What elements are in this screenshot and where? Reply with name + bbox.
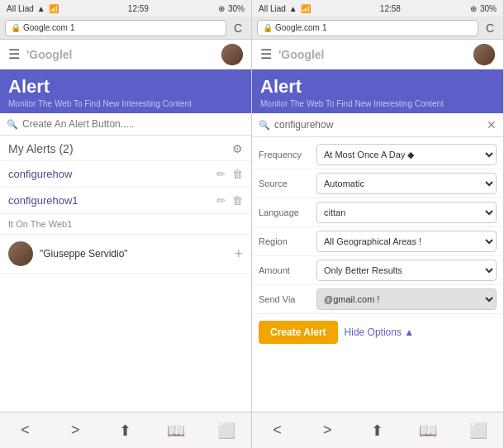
left-search-input[interactable] <box>22 118 245 130</box>
right-signal-icon: ▲ <box>289 4 297 13</box>
left-status-bar: All Liad ▲ 📶 12:59 ⊕ 30% <box>0 0 251 17</box>
left-time: 12:59 <box>128 4 149 13</box>
left-my-alerts-header: My Alerts (2) ⚙ <box>0 136 251 161</box>
right-amount-label: Amount <box>259 265 316 275</box>
right-language-label: Language <box>259 207 316 217</box>
right-bookmark-button[interactable]: 📖 <box>411 416 445 446</box>
right-avatar-img <box>473 44 495 65</box>
right-nav-bar: ☰ 'Googlel <box>252 40 503 69</box>
right-time: 12:58 <box>380 4 401 13</box>
right-source-select[interactable]: Automatic <box>316 173 497 194</box>
right-status-left: All Liad ▲ 📶 <box>259 4 311 13</box>
left-google-logo: 'Googlel <box>26 45 72 63</box>
right-send-via-label: Send Via <box>259 294 316 304</box>
right-frequency-label: Frequency <box>259 150 316 160</box>
right-carrier: All Liad <box>259 4 286 13</box>
right-bottom-nav: < > ⬆ 📖 ⬜ <box>252 412 503 448</box>
right-form-row-amount: Amount Only Better Results <box>252 256 503 285</box>
left-search-bar: 🔍 <box>0 113 251 136</box>
right-status-bar: All Liad ▲ 📶 12:58 ⊕ 30% <box>252 0 503 17</box>
right-menu-icon[interactable]: ☰ <box>260 46 272 62</box>
right-region-label: Region <box>259 236 316 246</box>
left-bookmark-button[interactable]: 📖 <box>159 416 193 446</box>
left-alert-item-2-edit-icon[interactable]: ✏ <box>216 194 226 207</box>
left-browser-chrome: 🔒 Google.com 1 C <box>0 17 251 40</box>
left-carrier: All Liad <box>7 4 34 13</box>
right-status-right: ⊕ 30% <box>470 4 497 13</box>
right-form-row-language: Language cittan <box>252 198 503 227</box>
right-forward-button[interactable]: > <box>311 416 344 446</box>
left-alert-item-2: configurehow1 ✏ 🗑 <box>0 188 251 214</box>
left-tab-count: 1 <box>70 23 75 32</box>
left-refresh-button[interactable]: C <box>230 20 246 36</box>
right-language-select[interactable]: cittan <box>316 202 497 223</box>
right-lock-icon: 🔒 <box>263 23 273 32</box>
left-alert-title: Alert <box>8 76 243 98</box>
left-user-item: "Giuseppe Servidio" + <box>0 235 251 274</box>
right-button-row: Create Alert Hide Options ▲ <box>252 314 503 350</box>
left-forward-button[interactable]: > <box>59 416 92 446</box>
left-avatar[interactable] <box>221 44 243 65</box>
right-search-icon: 🔍 <box>259 120 270 131</box>
left-alert-item-1-delete-icon[interactable]: 🗑 <box>232 168 243 180</box>
right-form-row-region: Region All Geographical Areas ! <box>252 227 503 256</box>
left-status-right: ⊕ 30% <box>218 4 245 13</box>
right-share-button[interactable]: ⬆ <box>361 416 394 446</box>
right-browser-chrome: 🔒 Google.com 1 C <box>252 17 503 40</box>
right-hide-options-button[interactable]: Hide Options ▲ <box>345 326 415 338</box>
left-url-text: Google.com <box>23 23 68 32</box>
left-share-button[interactable]: ⬆ <box>109 416 142 446</box>
left-alert-item-2-delete-icon[interactable]: 🗑 <box>232 194 243 207</box>
left-section-label: It On The Web1 <box>0 214 251 235</box>
left-lock-icon: 🔒 <box>11 23 21 32</box>
right-form-container: Frequency At Most Once A Day ◆ Source Au… <box>252 137 503 412</box>
right-search-bar: 🔍 ✕ <box>252 113 503 137</box>
right-avatar[interactable] <box>473 44 495 65</box>
left-add-icon[interactable]: + <box>234 245 243 263</box>
right-google-logo: 'Googlel <box>278 45 324 63</box>
right-alert-title: Alert <box>260 76 495 98</box>
left-alert-item-1-edit-icon[interactable]: ✏ <box>216 168 226 180</box>
left-my-alerts-title: My Alerts (2) <box>8 142 74 155</box>
right-create-alert-button[interactable]: Create Alert <box>259 321 338 344</box>
left-panel: All Liad ▲ 📶 12:59 ⊕ 30% 🔒 Google.com 1 … <box>0 0 252 448</box>
right-battery: 30% <box>480 4 497 13</box>
right-url-bar[interactable]: 🔒 Google.com 1 <box>257 20 478 36</box>
left-gear-icon[interactable]: ⚙ <box>232 142 243 155</box>
left-alert-subtitle: Monitor The Web To Find New Interesting … <box>8 99 243 108</box>
right-search-input[interactable] <box>274 119 483 131</box>
left-tabs-button[interactable]: ⬜ <box>210 416 243 446</box>
left-alert-item-1: configurehow ✏ 🗑 <box>0 161 251 188</box>
right-send-via-select[interactable]: @gmail.com ! <box>316 288 497 310</box>
right-form-row-frequency: Frequency At Most Once A Day ◆ <box>252 141 503 169</box>
left-battery: 30% <box>228 4 245 13</box>
right-alert-subtitle: Monitor The Web To Find New Interesting … <box>260 99 495 108</box>
left-alert-item-2-name[interactable]: configurehow1 <box>8 194 216 207</box>
left-bottom-nav: < > ⬆ 📖 ⬜ <box>0 412 251 448</box>
left-user-avatar <box>8 241 33 266</box>
right-tabs-button[interactable]: ⬜ <box>462 416 495 446</box>
left-alert-item-1-actions: ✏ 🗑 <box>216 168 243 180</box>
right-refresh-button[interactable]: C <box>482 20 498 36</box>
right-frequency-select[interactable]: At Most Once A Day ◆ <box>316 144 497 165</box>
right-back-button[interactable]: < <box>260 416 293 446</box>
right-source-label: Source <box>259 179 316 188</box>
left-alert-header: Alert Monitor The Web To Find New Intere… <box>0 69 251 113</box>
left-menu-icon[interactable]: ☰ <box>8 46 20 62</box>
right-url-text: Google.com <box>275 23 320 32</box>
right-region-select[interactable]: All Geographical Areas ! <box>316 231 497 252</box>
right-clear-button[interactable]: ✕ <box>487 118 497 131</box>
left-avatar-img <box>221 44 243 65</box>
right-alert-header: Alert Monitor The Web To Find New Intere… <box>252 69 503 113</box>
left-nav-bar: ☰ 'Googlel <box>0 40 251 69</box>
right-form-row-send-via: Send Via @gmail.com ! <box>252 285 503 314</box>
left-alert-item-1-name[interactable]: configurehow <box>8 168 216 180</box>
left-alert-item-2-actions: ✏ 🗑 <box>216 194 243 207</box>
right-amount-select[interactable]: Only Better Results <box>316 260 497 281</box>
left-search-icon: 🔍 <box>7 119 18 130</box>
left-back-button[interactable]: < <box>8 416 41 446</box>
left-clock-icon: ⊕ <box>218 4 225 13</box>
right-panel: All Liad ▲ 📶 12:58 ⊕ 30% 🔒 Google.com 1 … <box>252 0 504 448</box>
left-url-bar[interactable]: 🔒 Google.com 1 <box>5 20 226 36</box>
left-signal-icon: ▲ <box>37 4 45 13</box>
